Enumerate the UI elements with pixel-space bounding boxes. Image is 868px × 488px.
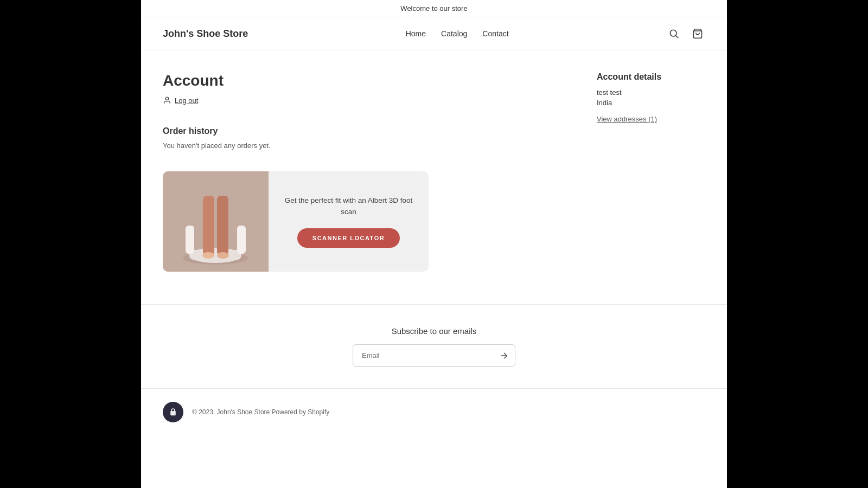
account-name: test test (597, 88, 705, 97)
svg-rect-11 (217, 196, 228, 255)
logout-label: Log out (175, 97, 198, 105)
svg-point-3 (165, 97, 168, 100)
svg-rect-9 (237, 226, 246, 254)
scanner-tagline: Get the perfect fit with an Albert 3D fo… (282, 195, 416, 217)
search-button[interactable] (666, 26, 681, 41)
svg-point-0 (670, 30, 676, 36)
nav-catalog[interactable]: Catalog (441, 29, 467, 38)
scanner-card: Get the perfect fit with an Albert 3D fo… (163, 171, 429, 272)
left-section: Account Log out Order history You haven'… (163, 72, 575, 272)
main-content: Account Log out Order history You haven'… (141, 50, 727, 304)
account-details-title: Account details (597, 72, 705, 82)
scanner-illustration (163, 171, 269, 272)
page-title: Account (163, 72, 575, 89)
user-icon (163, 96, 171, 105)
nav-contact[interactable]: Contact (482, 29, 508, 38)
email-input[interactable] (353, 344, 515, 367)
svg-rect-7 (189, 250, 241, 260)
footer-subscribe: Subscribe to our emails (141, 304, 727, 388)
right-section: Account details test test India View add… (597, 72, 705, 272)
subscribe-title: Subscribe to our emails (152, 326, 716, 336)
main-nav: Home Catalog Contact (406, 29, 509, 38)
footer-bottom: © 2023, John's Shoe Store Powered by Sho… (141, 388, 727, 435)
nav-home[interactable]: Home (406, 29, 426, 38)
account-country: India (597, 99, 705, 107)
cart-button[interactable] (690, 26, 705, 41)
shopify-badge (163, 402, 183, 422)
scanner-card-content: Get the perfect fit with an Albert 3D fo… (269, 171, 429, 272)
subscribe-submit-button[interactable] (499, 351, 509, 361)
shopify-icon (167, 406, 179, 418)
subscribe-input-wrap (353, 344, 515, 367)
search-icon (668, 28, 679, 39)
announcement-bar: Welcome to our store (141, 0, 727, 17)
arrow-right-icon (499, 351, 509, 361)
scanner-locator-button[interactable]: SCANNER LOCATOR (297, 228, 400, 248)
cart-icon (692, 28, 703, 39)
scanner-card-image (163, 171, 269, 272)
site-logo[interactable]: John's Shoe Store (163, 28, 248, 40)
header-icons (666, 26, 705, 41)
svg-point-13 (217, 252, 229, 259)
order-history-empty: You haven't placed any orders yet. (163, 142, 575, 150)
announcement-text: Welcome to our store (400, 4, 467, 12)
header: John's Shoe Store Home Catalog Contact (141, 17, 727, 50)
footer-copyright: © 2023, John's Shoe Store Powered by Sho… (192, 408, 329, 416)
logout-button[interactable]: Log out (163, 96, 198, 105)
order-history-title: Order history (163, 126, 575, 136)
svg-line-1 (676, 36, 679, 38)
svg-rect-16 (170, 411, 176, 415)
subscribe-form (152, 344, 716, 367)
svg-rect-10 (203, 196, 214, 255)
svg-point-12 (202, 252, 214, 259)
svg-rect-8 (186, 226, 194, 254)
view-addresses-button[interactable]: View addresses (1) (597, 115, 657, 123)
